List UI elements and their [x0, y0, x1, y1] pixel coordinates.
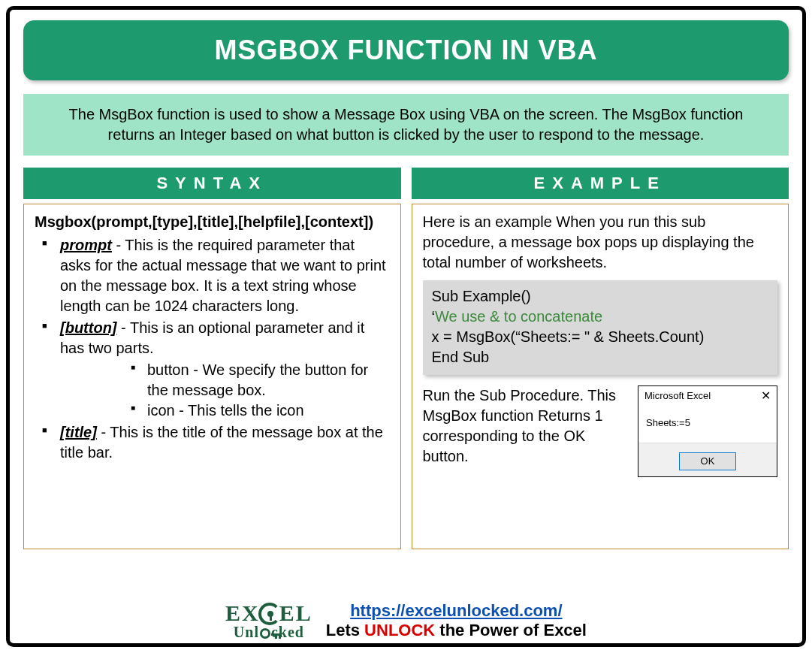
- columns: SYNTAX Msgbox(prompt,[type],[title],[hel…: [23, 168, 789, 549]
- param-name: [button]: [60, 319, 117, 336]
- msgbox-title: Microsoft Excel: [644, 389, 711, 403]
- document-frame: MSGBOX FUNCTION IN VBA The MsgBox functi…: [6, 6, 806, 647]
- tagline-post: the Power of Excel: [435, 621, 587, 639]
- footer-links: https://excelunlocked.com/ Lets UNLOCK t…: [326, 601, 587, 640]
- param-title: [title] - This is the title of the messa…: [39, 422, 390, 463]
- key-icon: [260, 628, 270, 639]
- syntax-column: SYNTAX Msgbox(prompt,[type],[title],[hel…: [23, 168, 401, 549]
- description-box: The MsgBox function is used to show a Me…: [23, 94, 789, 156]
- param-button: [button] - This is an optional parameter…: [39, 318, 390, 421]
- example-intro: Here is an example When you run this sub…: [423, 212, 778, 273]
- lock-icon: [258, 603, 281, 625]
- param-button-sub1: button - We specify the button for the m…: [129, 360, 390, 401]
- syntax-body: Msgbox(prompt,[type],[title],[helpfile],…: [23, 204, 401, 549]
- logo-bottom-right: cked: [271, 625, 304, 639]
- msgbox-titlebar: Microsoft Excel ✕: [638, 386, 777, 406]
- msgbox-dialog: Microsoft Excel ✕ Sheets:=5 OK: [638, 385, 777, 477]
- param-button-sub2: icon - This tells the icon: [129, 401, 390, 421]
- close-icon[interactable]: ✕: [761, 390, 771, 402]
- param-prompt: prompt - This is the required parameter …: [39, 235, 390, 316]
- main-title: MSGBOX FUNCTION IN VBA: [23, 20, 789, 80]
- param-name: prompt: [60, 237, 112, 253]
- logo: EX EL Unl cked: [225, 603, 312, 639]
- run-row: Run the Sub Procedure. This MsgBox funct…: [423, 385, 778, 477]
- code-comment-text: We use & to concatenate: [435, 308, 602, 325]
- param-button-sublist: button - We specify the button for the m…: [60, 360, 390, 421]
- msgbox-body: Sheets:=5: [638, 406, 777, 443]
- param-list: prompt - This is the required parameter …: [35, 235, 390, 463]
- msgbox-button-row: OK: [638, 443, 777, 476]
- code-block: Sub Example() ‘We use & to concatenate x…: [423, 280, 778, 375]
- footer: EX EL Unl cked https://excelunlocked.com…: [10, 601, 802, 640]
- tagline-pre: Lets: [326, 621, 364, 639]
- example-body: Here is an example When you run this sub…: [412, 204, 789, 549]
- param-sep: -: [117, 319, 130, 336]
- syntax-heading: SYNTAX: [23, 168, 401, 199]
- code-line-3: x = MsgBox(“Sheets:= " & Sheets.Count): [432, 327, 769, 347]
- tagline-unlock: UNLOCK: [364, 621, 435, 639]
- example-column: EXAMPLE Here is an example When you run …: [412, 168, 789, 549]
- site-link[interactable]: https://excelunlocked.com/: [350, 601, 562, 620]
- run-text: Run the Sub Procedure. This MsgBox funct…: [423, 385, 628, 467]
- param-name: [title]: [60, 424, 97, 440]
- code-line-1: Sub Example(): [432, 286, 769, 307]
- code-line-4: End Sub: [432, 347, 769, 367]
- param-sep: -: [112, 237, 125, 253]
- example-heading: EXAMPLE: [412, 168, 789, 199]
- ok-button[interactable]: OK: [679, 452, 737, 470]
- code-line-comment: ‘We use & to concatenate: [432, 307, 769, 327]
- tagline: Lets UNLOCK the Power of Excel: [326, 621, 587, 640]
- logo-top-left: EX: [225, 603, 260, 624]
- param-sep: -: [97, 424, 110, 440]
- syntax-signature: Msgbox(prompt,[type],[title],[helpfile],…: [35, 212, 390, 232]
- logo-bottom-left: Unl: [234, 625, 259, 639]
- logo-top-right: EL: [279, 603, 312, 624]
